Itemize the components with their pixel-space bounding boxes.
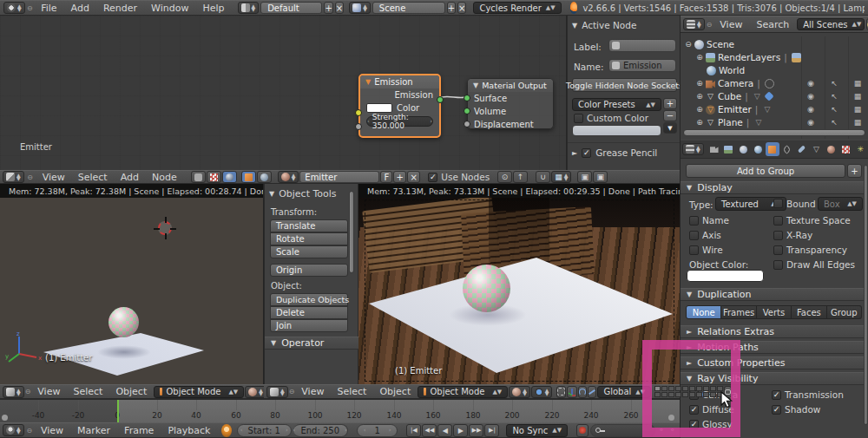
pivot-point-selector[interactable]: ▲▼ [531,386,553,398]
viewport-editor-type-selector[interactable]: ▲▼ [266,386,288,398]
material-output-node[interactable]: ▼ Material Output Surface Volume Displac… [467,78,554,129]
tab-texture[interactable] [838,142,852,156]
menu-search[interactable]: Search [750,19,795,30]
viewport-shading-selector[interactable]: ▲▼ [509,386,530,398]
relations-extras-panel-header[interactable]: ► Relations Extras [681,325,868,338]
tab-modifiers[interactable] [795,142,809,156]
tab-particles[interactable]: ✳ [853,142,867,156]
play-button[interactable]: ▶ [453,424,468,437]
collapse-menus-icon[interactable]: ⊖ [25,173,36,181]
menu-node[interactable]: Node [146,172,183,183]
color-swatch[interactable] [366,103,392,113]
node-label-input[interactable] [608,39,676,52]
menu-add[interactable]: Add [115,172,145,183]
collapse-menus-icon[interactable]: ⊖ [289,388,295,396]
add-group-plus-button[interactable]: + [847,164,862,178]
material-name-field[interactable]: Emitter [299,171,379,183]
jump-to-start-button[interactable]: |◀ [406,424,421,437]
restrict-render-icon[interactable]: ▦ [852,104,864,114]
restrict-render-icon[interactable]: ▦ [852,117,864,127]
viewport-right-rendered[interactable]: (1) Emitter Mem: 73.13M, Peak: 73.13M | … [358,184,680,384]
name-checkbox[interactable] [689,216,699,226]
outliner-row-cube[interactable]: ⊕ ▽ Cube | ▽ [694,90,775,102]
object-tools-panel-header[interactable]: ▼ Object Tools [269,188,337,199]
world-shader-tab[interactable] [257,171,272,183]
tab-object[interactable] [766,142,779,156]
tab-render[interactable] [707,142,721,156]
display-panel-header[interactable]: ▼ Display [681,181,868,194]
axis-checkbox[interactable] [689,231,699,240]
item-label[interactable]: Scene [707,39,734,49]
menu-playback[interactable]: Playback [161,425,216,436]
operator-panel-header[interactable]: ▼ Operator [265,337,359,350]
menu-object[interactable]: Object [109,386,153,397]
material-add-button[interactable]: + [393,171,406,183]
menu-marker[interactable]: Marker [71,425,116,436]
info-editor-selector[interactable]: ▲▼ [3,2,25,14]
restrict-select-icon[interactable]: ↖ [828,104,840,114]
duplicate-objects-button[interactable]: Duplicate Objects [270,293,348,306]
scene-close-button[interactable]: × [457,2,466,14]
duplication-panel-header[interactable]: ▼ Duplication [681,288,868,301]
outliner-row-scene[interactable]: ⊖ Scene [683,38,734,50]
surface-input-socket[interactable] [464,95,470,101]
sync-mode-select[interactable]: No Sync▲▼ [506,424,568,437]
scene-field[interactable]: Scene [372,2,445,14]
expand-icon[interactable]: ⊕ [694,118,705,127]
xray-checkbox[interactable] [773,231,783,240]
duplication-frames-button[interactable]: Frames [721,305,756,319]
start-frame-field[interactable]: ‹Start: 1› [237,424,292,437]
scale-manipulator-button[interactable] [588,386,596,398]
timeline-ruler[interactable]: -40 -20 0 20 40 60 80 100 120 140 160 18… [0,399,680,422]
object-shader-tab[interactable] [241,171,256,183]
menu-select[interactable]: Select [67,386,108,397]
ray-transmission-checkbox[interactable]: ✓ [772,390,781,400]
mode-select[interactable]: Object Mode▲▼ [418,386,508,398]
hide-eye-icon[interactable]: ◉ [805,78,817,88]
add-to-group-button[interactable]: Add to Group [686,164,845,178]
expand-icon[interactable]: ⊕ [694,53,705,62]
scene-icon-button[interactable]: ▲▼ [349,2,371,14]
translate-manipulator-button[interactable] [567,386,577,398]
node-editor-type-selector[interactable]: ▲▼ [3,171,24,183]
screen-layout-field[interactable]: Default [260,2,322,14]
hide-eye-icon[interactable]: ◉ [805,117,817,127]
emission-output-socket[interactable] [437,96,444,103]
emitter-sphere[interactable] [108,307,139,337]
duplication-faces-button[interactable]: Faces [792,305,826,319]
texture-space-checkbox[interactable] [773,216,783,226]
transparency-checkbox[interactable] [773,245,783,255]
outliner-row-plane[interactable]: ⊕ ▽ Plane | ▽ [694,116,766,128]
preset-add-button[interactable]: + [663,98,677,109]
node-color-swatch[interactable] [572,125,661,136]
object-color-swatch[interactable] [687,270,764,282]
strength-input-socket[interactable] [355,123,362,130]
grease-pencil-checkbox[interactable]: ✓ [582,148,591,158]
restrict-render-icon[interactable]: ▦ [852,91,864,101]
strength-slider[interactable]: ‹Strength: 350.000› [366,116,433,127]
tab-world[interactable] [751,142,765,156]
outliner-row-emitter[interactable]: ⊕ ▽ Emitter | ▽ [694,103,774,115]
play-reverse-button[interactable]: ◀ [437,424,452,437]
outliner-editor-type-selector[interactable]: ▲▼ [683,18,705,30]
pin-button[interactable]: ⊙ [497,171,512,183]
tab-render-layers[interactable] [721,142,735,156]
go-to-parent-button[interactable]: ↑ [513,171,528,183]
menu-view[interactable]: View [713,19,748,30]
layout-add-button[interactable]: + [324,2,332,14]
current-frame-marker[interactable] [117,400,119,422]
compositing-nodes-tab[interactable] [222,171,237,183]
tool-shelf-scrollbar[interactable] [349,191,354,273]
wire-checkbox[interactable] [689,245,699,255]
menu-frame[interactable]: Frame [118,425,160,436]
tab-object-data[interactable]: ▽ [810,142,824,156]
tab-scene[interactable] [736,142,750,156]
draw-all-edges-checkbox[interactable] [773,260,783,270]
shader-nodes-tab[interactable] [191,171,206,183]
auto-keyframe-record-button[interactable] [576,424,589,437]
menu-add[interactable]: Add [65,3,95,14]
menu-object[interactable]: Object [373,386,417,397]
snap-toggle-button[interactable]: ∪ [536,171,550,183]
copy-nodes-button[interactable]: ▣ [577,171,592,183]
collapse-menus-icon[interactable]: ⊖ [25,388,31,396]
